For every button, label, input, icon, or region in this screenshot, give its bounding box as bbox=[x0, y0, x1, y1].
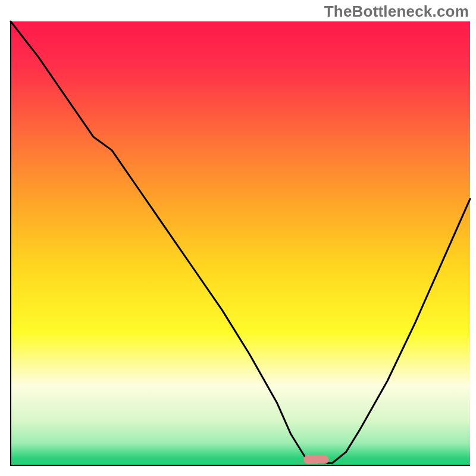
gradient-background bbox=[11, 21, 470, 465]
valley-marker bbox=[303, 455, 328, 464]
chart-stage: TheBottleneck.com bbox=[0, 0, 476, 476]
watermark-text: TheBottleneck.com bbox=[324, 2, 469, 21]
bottleneck-chart bbox=[0, 0, 476, 476]
